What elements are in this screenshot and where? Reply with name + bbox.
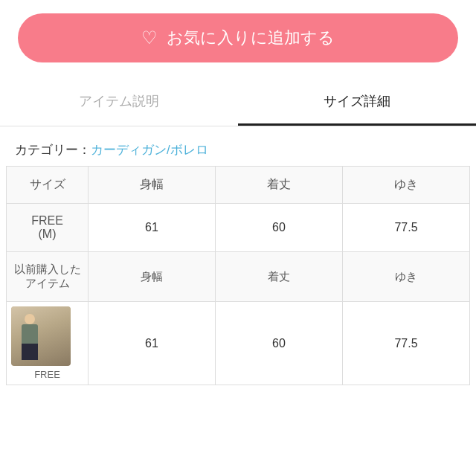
thumb-person-body	[22, 324, 38, 345]
previous-item-header-row: 以前購入したアイテム 身幅 着丈 ゆき	[7, 252, 470, 302]
favorite-button-wrapper: ♡ お気に入りに追加する	[0, 0, 476, 76]
table-row: FREE(M) 61 60 77.5	[7, 204, 470, 252]
previous-item-yuki-header: ゆき	[343, 252, 470, 302]
previous-item-thumbnail[interactable]	[11, 306, 71, 366]
category-prefix: カテゴリー：	[15, 143, 91, 157]
col-header-mihaba: 身幅	[89, 167, 216, 204]
tab-size-detail[interactable]: サイズ詳細	[238, 79, 476, 126]
favorite-button-label: お気に入りに追加する	[167, 27, 335, 49]
size-table: サイズ 身幅 着丈 ゆき FREE(M) 61 60 77.5 以前購入したアイ…	[6, 166, 470, 385]
favorite-button[interactable]: ♡ お気に入りに追加する	[18, 13, 458, 62]
previous-item-mihaba-value: 61	[89, 302, 216, 385]
size-value-free: FREE(M)	[7, 204, 89, 252]
tabs: アイテム説明 サイズ詳細	[0, 79, 476, 126]
previous-item-thumbnail-cell: FREE	[7, 302, 89, 385]
category-row: カテゴリー：カーディガン/ボレロ	[0, 126, 476, 166]
category-link[interactable]: カーディガン/ボレロ	[91, 143, 208, 157]
previous-item-takake-header: 着丈	[216, 252, 343, 302]
previous-item-yuki-value: 77.5	[343, 302, 470, 385]
heart-icon: ♡	[141, 28, 158, 48]
previous-item-label: 以前購入したアイテム	[7, 252, 89, 302]
col-header-size: サイズ	[7, 167, 89, 204]
table-header-row: サイズ 身幅 着丈 ゆき	[7, 167, 470, 204]
previous-item-takake-value: 60	[216, 302, 343, 385]
previous-item-data-row: FREE 61 60 77.5	[7, 302, 470, 385]
thumb-background	[11, 306, 71, 366]
thumbnail-label: FREE	[11, 366, 83, 380]
previous-item-mihaba-header: 身幅	[89, 252, 216, 302]
tab-item-desc[interactable]: アイテム説明	[0, 79, 238, 126]
thumb-person-legs	[22, 344, 38, 360]
size-table-wrapper: サイズ 身幅 着丈 ゆき FREE(M) 61 60 77.5 以前購入したアイ…	[0, 166, 476, 385]
yuki-value-free: 77.5	[343, 204, 470, 252]
mihaba-value-free: 61	[89, 204, 216, 252]
takake-value-free: 60	[216, 204, 343, 252]
col-header-takake: 着丈	[216, 167, 343, 204]
thumb-person-head	[25, 314, 35, 324]
col-header-yuki: ゆき	[343, 167, 470, 204]
